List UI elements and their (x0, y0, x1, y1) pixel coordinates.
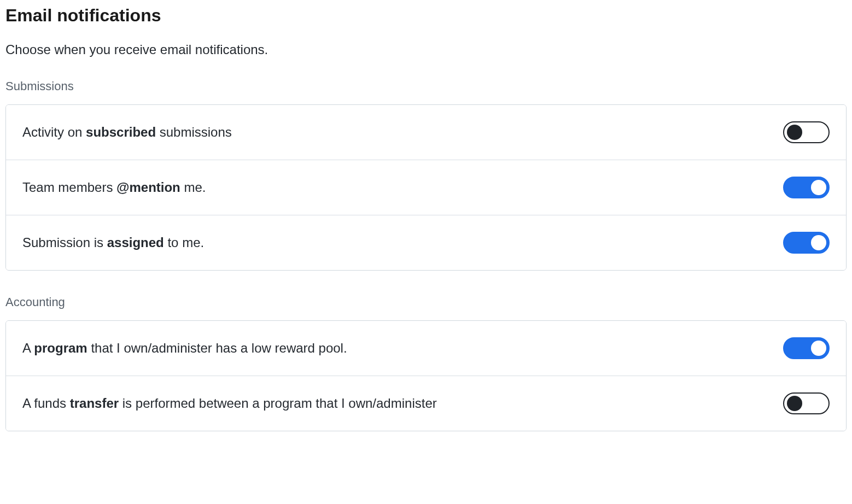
toggle-knob (811, 180, 826, 195)
setting-label: A funds transfer is performed between a … (22, 396, 437, 411)
toggle-funds-transfer[interactable] (783, 392, 830, 414)
toggle-knob (787, 125, 802, 140)
settings-group: Activity on subscribed submissionsTeam m… (5, 104, 847, 271)
setting-label: Activity on subscribed submissions (22, 125, 232, 140)
setting-label: Submission is assigned to me. (22, 235, 204, 250)
toggle-team-mention[interactable] (783, 177, 830, 198)
section-header: Accounting (5, 295, 847, 309)
setting-row: A program that I own/administer has a lo… (6, 321, 846, 376)
toggle-submission-assigned[interactable] (783, 232, 830, 254)
toggle-knob (811, 341, 826, 356)
setting-row: A funds transfer is performed between a … (6, 376, 846, 431)
section-header: Submissions (5, 79, 847, 93)
settings-group: A program that I own/administer has a lo… (5, 320, 847, 431)
setting-row: Team members @mention me. (6, 160, 846, 215)
toggle-knob (811, 235, 826, 250)
setting-row: Activity on subscribed submissions (6, 105, 846, 160)
setting-label: A program that I own/administer has a lo… (22, 341, 347, 356)
toggle-knob (787, 396, 802, 411)
page-subtitle: Choose when you receive email notificati… (5, 42, 847, 57)
setting-label: Team members @mention me. (22, 180, 206, 195)
toggle-activity-subscribed[interactable] (783, 121, 830, 143)
page-title: Email notifications (5, 5, 847, 26)
setting-row: Submission is assigned to me. (6, 215, 846, 270)
toggle-program-low-reward[interactable] (783, 337, 830, 359)
